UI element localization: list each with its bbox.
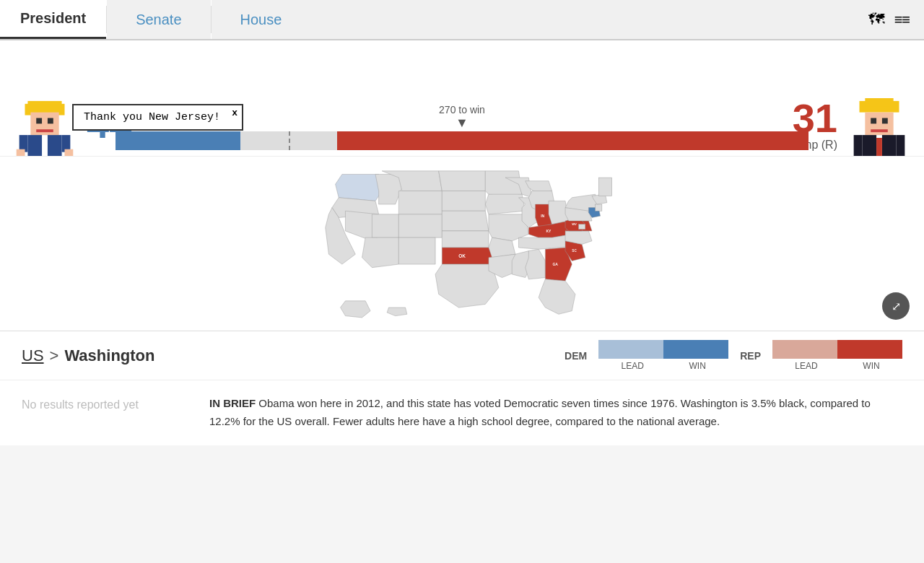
breadcrumb: US > Washington [22,346,154,365]
menu-icon[interactable]: ≡≡ [894,12,910,28]
dem-win-label: WIN [689,361,706,371]
svg-rect-26 [897,135,905,157]
svg-rect-84 [598,178,611,196]
dem-progress [116,131,240,150]
svg-rect-20 [882,118,888,124]
dem-lead-label: LEAD [622,361,644,371]
svg-rect-82 [596,204,602,211]
in-brief-text: Obama won here in 2012, and this state h… [209,397,871,427]
svg-marker-43 [398,237,435,264]
svg-marker-51 [485,170,522,197]
win-threshold-label: 270 to win [439,104,485,115]
breadcrumb-us-link[interactable]: US [22,346,44,365]
breadcrumb-state: Washington [64,346,154,365]
rep-win-label: WIN [863,361,879,371]
svg-text:WV: WV [572,222,577,226]
electoral-legend: DEM LEAD WIN REP LEAD WIN [565,340,902,371]
in-brief-section: IN BRIEF Obama won here in 2012, and thi… [209,395,902,431]
svg-text:SC: SC [572,248,577,252]
svg-marker-40 [372,214,398,237]
svg-text:IN: IN [541,213,544,217]
svg-rect-19 [871,118,876,124]
svg-marker-86 [387,307,407,316]
svg-rect-21 [871,129,888,132]
rep-progress [337,131,808,150]
rep-legend-label: REP [740,350,761,362]
map-icon[interactable]: 🗺 [868,10,884,29]
tooltip-message: Thank you New Jersey! [84,111,220,123]
svg-rect-3 [36,118,42,124]
svg-marker-52 [485,194,525,214]
tooltip-close-button[interactable]: x [232,108,237,118]
tab-senate[interactable]: Senate [107,0,210,39]
rep-win-bar [837,340,902,359]
svg-text:OK: OK [458,253,466,258]
tab-president[interactable]: President [0,0,106,39]
svg-text:KY: KY [546,229,552,233]
dem-lead-bar [598,340,663,359]
svg-marker-70 [539,279,575,313]
svg-rect-5 [36,129,53,132]
expand-map-button[interactable]: ⤢ [882,292,910,320]
rep-lead-bar [772,340,837,359]
svg-rect-17 [865,98,893,107]
rep-lead-label: LEAD [795,361,817,371]
dem-legend-label: DEM [565,350,587,362]
svg-rect-4 [48,118,53,124]
svg-marker-47 [442,230,489,247]
svg-marker-39 [398,191,442,214]
svg-marker-45 [442,191,485,211]
svg-rect-81 [579,224,585,229]
svg-marker-41 [398,214,442,237]
svg-marker-37 [375,174,402,204]
in-brief-title: IN BRIEF [209,397,256,409]
usa-map-svg[interactable]: OK IN KY GA [274,161,650,334]
svg-marker-85 [341,300,371,317]
dem-win-bar [663,340,728,359]
svg-marker-33 [336,174,383,201]
breadcrumb-separator: > [50,346,59,365]
svg-marker-46 [442,211,489,231]
svg-rect-25 [854,135,863,157]
svg-marker-44 [439,170,486,191]
tab-house[interactable]: House [212,0,311,39]
svg-marker-42 [362,237,399,268]
tooltip-box: Thank you New Jersey! x [72,104,243,131]
electoral-progress-bar [116,131,808,150]
svg-text:GA: GA [552,262,558,266]
us-map-section: OK IN KY GA [0,156,924,331]
svg-rect-24 [876,138,882,158]
no-results-text: No results reported yet [22,395,180,431]
svg-marker-48 [442,248,492,264]
